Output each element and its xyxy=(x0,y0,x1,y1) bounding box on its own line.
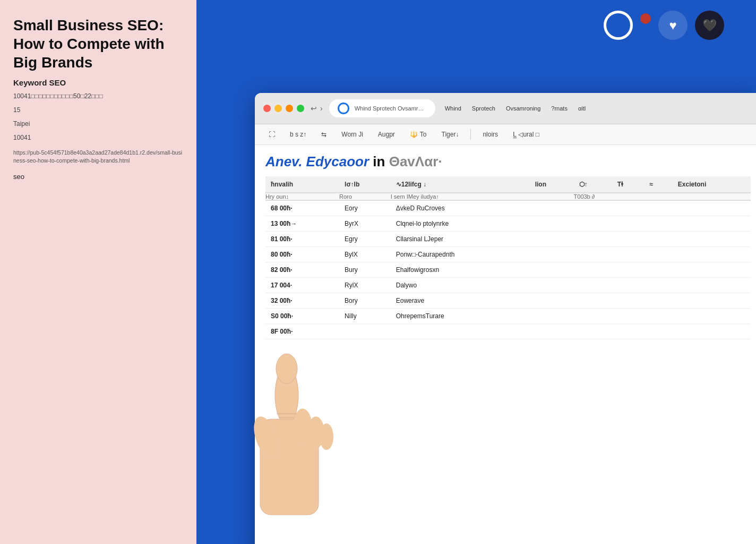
cell-9-5 xyxy=(574,324,612,339)
toolbar-item-nloirs[interactable]: nloirs xyxy=(479,129,501,140)
table-row: 8F 00ħ· xyxy=(265,324,751,339)
cell-kw-8[interactable]: OhrepemsTurare xyxy=(391,309,530,324)
browser-content: ⛶ b s z↑ ⇆ Worn Ji Augpr 🔱 To xyxy=(255,124,756,544)
cell-diff-9 xyxy=(339,324,391,339)
cell-7-5 xyxy=(574,293,612,309)
cell-5-4 xyxy=(530,262,574,278)
keyword-seo-label: Keyword SEO xyxy=(13,78,183,87)
cell-9-8 xyxy=(673,324,751,339)
toolbar-item-to[interactable]: 🔱 To xyxy=(407,129,430,140)
toolbar-item-3[interactable]: ⇆ xyxy=(318,129,330,140)
address-bar-text: Whind Sprotech Ovsamroning ?rnats αitl … xyxy=(355,105,427,112)
toolbar-augpr-label: Augpr xyxy=(378,131,395,138)
cell-diff-3: Egry xyxy=(339,232,391,247)
toolbar-icon-1: ⛶ xyxy=(269,131,275,138)
cell-2-6 xyxy=(612,216,645,232)
meta-postal: 10041 xyxy=(13,133,183,142)
cell-volume-9: 8F 00ħ· xyxy=(265,324,339,339)
browser-loading-indicator xyxy=(338,103,349,114)
back-arrow[interactable]: ↩ xyxy=(311,104,317,113)
cell-8-8 xyxy=(673,309,751,324)
toolbar-icon-flag: 🔱 xyxy=(410,131,418,138)
th-excietoni[interactable]: Excietoni xyxy=(673,176,751,193)
th-lb[interactable]: lσ↑lb xyxy=(339,176,391,193)
browser-tab-3[interactable]: Ovsamroning xyxy=(503,104,544,113)
nav-arrows[interactable]: ↩ › xyxy=(311,104,323,113)
toolbar-item-augpr[interactable]: Augpr xyxy=(375,129,398,140)
cell-kw-5[interactable]: Ehalfowigrosxn xyxy=(391,262,530,278)
table-row: S0 00ħ· Nilly OhrepemsTurare xyxy=(265,309,751,324)
th-tl[interactable]: Tⱡ xyxy=(612,176,645,193)
cell-6-8 xyxy=(673,278,751,293)
subh-col2: Roro xyxy=(339,193,391,200)
cell-4-4 xyxy=(530,247,574,262)
toolbar-item-2[interactable]: b s z↑ xyxy=(287,129,310,140)
th-12lifcg[interactable]: ∿12lifcg ↓ xyxy=(391,176,530,193)
th-lion[interactable]: lion xyxy=(530,176,574,193)
cell-diff-1: Eory xyxy=(339,200,391,216)
table-subheader-row: Hry oun↕ Roro I sem IMey iludya↑ T003b ∂ xyxy=(265,193,751,200)
cell-4-7 xyxy=(645,247,673,262)
cell-4-5 xyxy=(574,247,612,262)
toolbar-item-1[interactable]: ⛶ xyxy=(265,129,278,140)
cell-kw-1[interactable]: ΔvkeD RuCroves xyxy=(391,200,530,216)
browser-tab-4[interactable]: ?rnats xyxy=(548,104,571,113)
table-row: 32 00ħ· Bory Eowerave xyxy=(265,293,751,309)
cell-volume-4: 80 00ħ· xyxy=(265,247,339,262)
cell-volume-2: 13 00ħ→ xyxy=(265,216,339,232)
cell-kw-6[interactable]: Dalywo xyxy=(391,278,530,293)
right-area: ♥ 🖤 ↩ › Whind Sprotech Ovsamroning ?rnat… xyxy=(196,0,756,544)
heading-blue: Anev. Edycaoor xyxy=(265,154,369,169)
cell-8-7 xyxy=(645,309,673,324)
toolbar-item-aural[interactable]: L̲ ◁ural □ xyxy=(510,129,543,140)
toolbar-item-tiger[interactable]: Tiger↓ xyxy=(439,129,462,140)
toolbar-item-worn-ji[interactable]: Worn Ji xyxy=(338,129,366,140)
subh-col4: T003b ∂ xyxy=(574,193,751,200)
browser-tab-5[interactable]: αitl xyxy=(575,104,589,113)
browser-tabs-bar: Whind Sprotech Ovsamroning ?rnats αitl xyxy=(442,104,753,113)
table-row: 80 00ħ· BylΧ Ponw□-Caurapednth xyxy=(265,247,751,262)
cell-kw-3[interactable]: Cllarsinal LJeper xyxy=(391,232,530,247)
page-url[interactable]: https://pub-5c454f571b8e40a3a2aad27ade84… xyxy=(13,149,183,164)
table-row: 81 00ħ· Egry Cllarsinal LJeper xyxy=(265,232,751,247)
th-icon1[interactable]: ⬡↑ xyxy=(574,176,612,193)
cell-6-7 xyxy=(645,278,673,293)
traffic-light-red[interactable] xyxy=(263,105,271,112)
deco-icon-red-dot xyxy=(640,13,651,24)
deco-icon-heart: ♥ xyxy=(658,11,688,40)
browser-tab-2[interactable]: Sprotech xyxy=(469,104,499,113)
cell-diff-2: ByrΧ xyxy=(339,216,391,232)
forward-arrow[interactable]: › xyxy=(320,104,323,113)
meta-text-1: 10041□□□□□□□□□□□50□22□□□ xyxy=(13,91,183,101)
cell-9-4 xyxy=(530,324,574,339)
tag-label[interactable]: seo xyxy=(13,173,183,181)
table-header-row: ħnvalih lσ↑lb ∿12lifcg ↓ lion ⬡↑ Tⱡ ≈ Ex… xyxy=(265,176,751,193)
table-row: 17 004· RylΧ Dalywo xyxy=(265,278,751,293)
cell-7-4 xyxy=(530,293,574,309)
th-approx[interactable]: ≈ xyxy=(645,176,673,193)
cell-3-7 xyxy=(645,232,673,247)
cell-kw-4[interactable]: Ponw□-Caurapednth xyxy=(391,247,530,262)
toolbar-to-label: To xyxy=(420,131,427,138)
traffic-light-orange[interactable] xyxy=(286,105,293,112)
traffic-light-green[interactable] xyxy=(297,105,304,112)
heading-black: in xyxy=(373,154,389,169)
toolbar-divider xyxy=(470,129,471,140)
app-content: Anev. Edycaoor in ΘavΛαr· ħnvalih lσ↑lb … xyxy=(255,145,756,544)
table-row: 82 00ħ· Bury Ehalfowigrosxn xyxy=(265,262,751,278)
th-nvalih[interactable]: ħnvalih xyxy=(265,176,339,193)
cell-3-8 xyxy=(673,232,751,247)
cell-volume-6: 17 004· xyxy=(265,278,339,293)
toolbar-tiger-label: Tiger↓ xyxy=(442,131,459,138)
cell-2-7 xyxy=(645,216,673,232)
cell-9-7 xyxy=(645,324,673,339)
address-bar[interactable]: Whind Sprotech Ovsamroning ?rnats αitl … xyxy=(329,99,435,117)
traffic-light-yellow[interactable] xyxy=(274,105,282,112)
browser-tab-1[interactable]: Whind xyxy=(442,104,465,113)
toolbar-worn-ji-label: Worn Ji xyxy=(341,131,363,138)
cell-kw-7[interactable]: Eowerave xyxy=(391,293,530,309)
cell-3-5 xyxy=(574,232,612,247)
toolbar-icon-3: ⇆ xyxy=(321,131,327,138)
cell-6-5 xyxy=(574,278,612,293)
cell-kw-2[interactable]: Clqnei-lo ptolynrke xyxy=(391,216,530,232)
